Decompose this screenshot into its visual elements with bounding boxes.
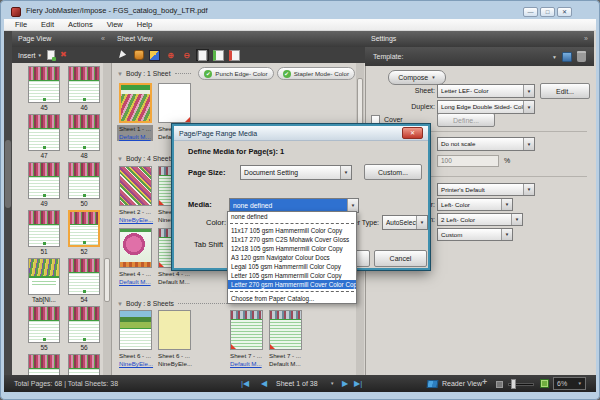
dialog-title-bar[interactable]: Page/Page Range Media ✕ xyxy=(174,126,428,141)
save-template-icon[interactable] xyxy=(562,52,572,62)
page-thumbnail[interactable]: Tab[Ni... xyxy=(27,258,61,306)
compose-button[interactable]: Compose ▼ xyxy=(388,70,446,85)
first-sheet-icon[interactable]: |◀ xyxy=(241,379,249,388)
menu-item[interactable]: File xyxy=(8,19,34,30)
insert-menu-button[interactable]: Insert ▼ xyxy=(18,52,42,59)
edit-sheet-button[interactable]: Edit... xyxy=(540,83,590,99)
media-option[interactable]: Letter 105 gsm Hammermill Color Copy xyxy=(228,271,356,280)
sheet-media-link[interactable]: Default M... xyxy=(230,360,264,368)
media-setting-select[interactable]: Printer's Default ▼ xyxy=(437,183,535,196)
zoom-level-select[interactable]: 6% ▼ xyxy=(553,377,586,390)
sheet-thumbnail[interactable]: Sheet 2 - ... NineByEle... xyxy=(117,166,153,224)
custom-select[interactable]: Custom ▼ xyxy=(437,228,513,241)
page-thumbnail[interactable] xyxy=(67,354,101,375)
media-option[interactable]: 11x17 105 gsm Hammermill Color Copy xyxy=(228,226,356,235)
sheet-thumbnail[interactable]: Sheet 4 - ... Default M... xyxy=(117,228,153,286)
close-button[interactable]: ✕ xyxy=(557,7,572,17)
pan-tool-icon[interactable] xyxy=(132,49,145,61)
last-sheet-icon[interactable]: ▶| xyxy=(354,379,362,388)
media-option[interactable]: Letter 270 gsm Hammermill Cover Color Co… xyxy=(228,280,356,289)
previous-sheet-icon[interactable]: ◀ xyxy=(261,379,267,388)
media-option[interactable] xyxy=(228,221,356,226)
page-thumbnail[interactable]: 47 xyxy=(27,114,61,162)
sheet-media-link[interactable]: Default M... xyxy=(119,133,153,141)
page-thumbnail[interactable] xyxy=(27,354,61,375)
zoom-in-icon[interactable]: ⊕ xyxy=(164,49,177,61)
select-tool-icon[interactable] xyxy=(116,49,129,61)
maximize-button[interactable]: □ xyxy=(540,7,555,17)
page-mode-icon[interactable] xyxy=(196,49,209,61)
media-option[interactable] xyxy=(228,289,356,294)
page-size-select[interactable]: Document Setting ▼ xyxy=(240,165,352,180)
delete-template-icon[interactable] xyxy=(577,51,586,62)
zoom-out-icon[interactable]: ⊖ xyxy=(180,49,193,61)
sheet-media-link[interactable]: NineByEle... xyxy=(119,216,153,224)
reader-view-icon[interactable] xyxy=(427,380,439,388)
menu-item[interactable]: View xyxy=(100,19,130,30)
expand-panel-icon[interactable]: » xyxy=(584,31,588,47)
sheet-media-link[interactable]: Default M... xyxy=(158,278,192,286)
page-thumbnail[interactable]: 56 xyxy=(67,306,101,354)
collapse-panel-icon[interactable]: « xyxy=(101,31,105,47)
thumbnail-view-icon[interactable] xyxy=(540,379,549,388)
punch-edge-badge[interactable]: ✔ Punch Edge- Color xyxy=(198,67,273,80)
media-option[interactable]: 12x18 105 gsm Hammermill Color Copy xyxy=(228,244,356,253)
define-cover-button[interactable]: Define... xyxy=(437,113,495,127)
delete-page-icon[interactable]: ✖ xyxy=(60,50,67,60)
media-option[interactable]: Legal 105 gsm Hammermill Color Copy xyxy=(228,262,356,271)
menu-item[interactable]: Actions xyxy=(61,19,100,30)
scale-percent-field[interactable]: 100 xyxy=(437,155,499,167)
cover-checkbox[interactable] xyxy=(371,115,380,124)
sheet-nav-dropdown-icon[interactable]: ▼ xyxy=(330,381,334,386)
template-dropdown-icon[interactable]: ▼ xyxy=(552,54,557,60)
section-collapse-icon[interactable]: ▼ xyxy=(117,71,123,77)
measure-tool-icon[interactable] xyxy=(148,49,161,61)
page-thumbnail[interactable]: 50 xyxy=(67,162,101,210)
page-thumbnail[interactable]: 55 xyxy=(27,306,61,354)
section-collapse-icon[interactable]: ▼ xyxy=(117,301,123,307)
sheet-thumbnail[interactable]: Sheet 6 - ... NineByEle... xyxy=(117,310,153,368)
custom-page-size-button[interactable]: Custom... xyxy=(364,164,422,180)
page-thumbnail[interactable]: 48 xyxy=(67,114,101,162)
sheet-thumbnail[interactable]: Sheet 7 - ... Default M... xyxy=(228,310,264,368)
reader-view-label[interactable]: Reader View xyxy=(442,380,482,387)
section-collapse-icon[interactable]: ▼ xyxy=(117,156,123,162)
zoom-out-step-icon[interactable] xyxy=(496,381,503,388)
section-body-1-sheet[interactable]: ▼ Body : 1 Sheet ✔ Punch Edge- Color ✔ S… xyxy=(117,66,355,81)
duplex-select[interactable]: Long Edge Double Sided- Color ▼ xyxy=(437,100,535,114)
sheet-thumbnail[interactable]: Sheet 1 - ... Default M... xyxy=(117,83,153,141)
media-option[interactable]: A3 120 gsm Navigator Colour Docs xyxy=(228,253,356,262)
subset-add-icon[interactable] xyxy=(212,49,225,61)
media-option[interactable]: none defined xyxy=(228,212,356,221)
dialog-close-button[interactable]: ✕ xyxy=(402,127,423,139)
cancel-button[interactable]: Cancel xyxy=(374,250,427,267)
sheet-thumbnail[interactable]: Sheet 6 - ... NineByEle... xyxy=(156,310,192,368)
hole-punch-select[interactable]: 2 Left- Color ▼ xyxy=(437,213,523,226)
media-option[interactable]: Choose from Paper Catalog... xyxy=(228,294,356,303)
stapler-mode-badge[interactable]: ✔ Stapler Mode- Color xyxy=(277,67,355,80)
insert-page-icon[interactable] xyxy=(47,50,55,60)
minimize-button[interactable]: — xyxy=(523,7,538,17)
subset-remove-icon[interactable] xyxy=(228,49,241,61)
sheet-media-link[interactable]: Default M... xyxy=(119,278,153,286)
sheet-media-link[interactable]: NineByEle... xyxy=(158,360,192,368)
page-thumbnail[interactable]: 54 xyxy=(67,258,101,306)
sheet-media-link[interactable]: Default M... xyxy=(269,360,303,368)
fit-view-icon[interactable]: + xyxy=(482,377,487,387)
paper-type-select[interactable]: AutoSelect ▼ xyxy=(382,215,428,230)
media-option[interactable]: 11x17 270 gsm C2S Mohawk Cover Gloss xyxy=(228,235,356,244)
scale-select[interactable]: Do not scale ▼ xyxy=(437,137,535,151)
sheet-media-link[interactable]: NineByEle... xyxy=(119,360,153,368)
page-thumbnail[interactable]: 45 xyxy=(27,66,61,114)
next-sheet-icon[interactable]: ▶ xyxy=(342,379,348,388)
page-thumbnail[interactable]: 52 xyxy=(67,210,101,258)
menu-item[interactable]: Edit xyxy=(34,19,61,30)
page-view-scrollbar-track[interactable] xyxy=(103,63,111,375)
page-view-scrollbar-handle[interactable] xyxy=(104,258,110,302)
sheet-view-scrollbar-handle[interactable] xyxy=(357,78,363,126)
zoom-slider-thumb[interactable] xyxy=(511,379,516,389)
page-thumbnail[interactable]: 49 xyxy=(27,162,61,210)
menu-item[interactable]: Help xyxy=(130,19,159,30)
left-scrollbar-handle[interactable] xyxy=(5,140,11,208)
sheet-select[interactable]: Letter LEF- Color ▼ xyxy=(437,84,535,98)
